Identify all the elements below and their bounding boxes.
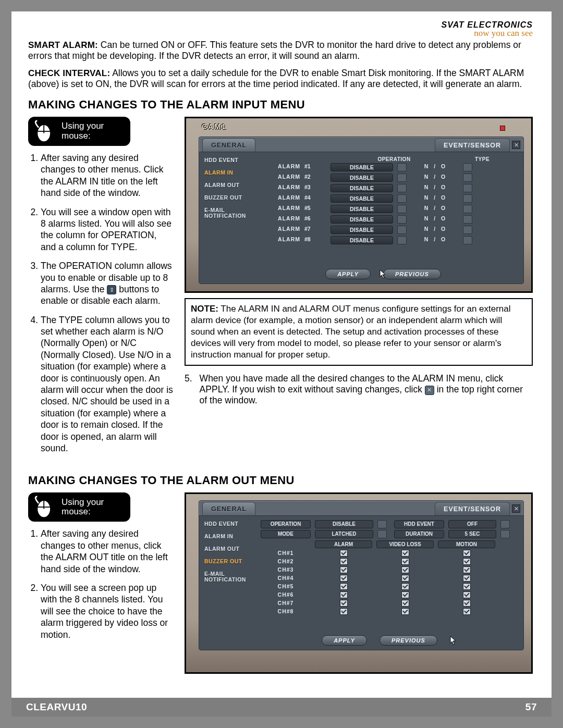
close-icon: ✕ [425,386,434,395]
alarm-checkbox[interactable] [315,600,372,607]
stepper-icon[interactable] [377,520,387,528]
sidebar-item-alarm-out[interactable]: ALARM OUT [204,546,261,552]
stepper-icon[interactable] [463,174,472,182]
sidebar-item-alarm-in[interactable]: ALARM IN [204,170,248,176]
footer-product: CLEARVU10 [26,701,87,713]
previous-button[interactable]: PREVIOUS [383,269,441,279]
stepper-icon[interactable] [463,236,472,244]
sidebar-item-buzzer[interactable]: BUZZER OUT [204,195,248,201]
motion-checkbox[interactable] [438,608,495,615]
stepper-icon[interactable] [397,194,407,203]
hdd-value[interactable]: OFF [448,520,496,528]
stepper-icon[interactable] [397,205,407,213]
mouse-badge: Using your mouse: [28,117,130,146]
type-value[interactable]: N / O [413,174,459,182]
alarm-checkbox[interactable] [315,608,372,615]
motion-checkbox[interactable] [438,600,495,607]
stepper-icon[interactable] [397,236,407,244]
mode-value[interactable]: LATCHED [315,530,373,538]
footer-page: 57 [525,701,537,713]
stepper-icon[interactable] [397,226,407,234]
alarm-checkbox[interactable] [315,583,372,590]
alarm-checkbox[interactable] [315,566,372,573]
stepper-icon[interactable] [397,163,407,171]
type-value[interactable]: N / O [413,163,459,171]
videoloss-checkbox[interactable] [376,583,434,590]
stepper-icon[interactable] [397,174,407,182]
stepper-icon[interactable] [463,184,472,192]
videoloss-checkbox[interactable] [376,600,434,607]
tab-event-sensor[interactable]: EVENT/SENSOR [435,502,510,515]
list-item: You will see a window open with 8 alarms… [41,206,174,253]
motion-checkbox[interactable] [438,558,495,565]
motion-checkbox[interactable] [438,550,495,557]
motion-checkbox[interactable] [438,575,495,582]
type-value[interactable]: N / O [413,184,459,192]
videoloss-checkbox[interactable] [376,575,434,582]
row-num: #1 [304,163,326,171]
stepper-icon[interactable] [397,215,407,224]
stepper-icon[interactable] [463,226,472,234]
sidebar-item-email[interactable]: E-MAIL NOTIFICATION [204,571,261,583]
channel-label: CH#8 [261,608,311,615]
dur-value[interactable]: 5 SEC [448,530,496,538]
videoloss-checkbox[interactable] [376,550,434,557]
videoloss-checkbox[interactable] [376,591,434,598]
close-icon[interactable]: ✕ [512,504,520,513]
operation-value[interactable]: DISABLE [331,205,393,213]
previous-button[interactable]: PREVIOUS [380,635,437,646]
col-type: TYPE [446,156,518,162]
channel-label: CH#6 [261,591,311,598]
tab-event-sensor[interactable]: EVENT/SENSOR [435,138,510,152]
stepper-icon[interactable] [463,215,472,224]
stepper-icon[interactable] [500,530,510,538]
apply-button[interactable]: APPLY [325,269,371,279]
sidebar-item-buzzer[interactable]: BUZZER OUT [204,559,261,564]
motion-checkbox[interactable] [438,566,495,573]
operation-value[interactable]: DISABLE [331,194,393,203]
alarm-checkbox[interactable] [315,550,372,557]
stepper-icon[interactable] [500,520,510,528]
mouse-badge: Using your mouse: [28,492,130,522]
operation-value[interactable]: DISABLE [331,236,393,244]
row-label: ALARM [248,194,300,203]
sidebar-item-hdd[interactable]: HDD EVENT [204,157,248,163]
close-icon[interactable]: ✕ [512,141,520,149]
dur-label: DURATION [394,530,444,538]
sidebar-item-email[interactable]: E-MAIL NOTIFICATION [204,207,248,219]
operation-value[interactable]: DISABLE [331,184,393,192]
type-value[interactable]: N / O [413,194,459,203]
stepper-icon[interactable] [397,184,407,192]
sidebar-item-alarm-in[interactable]: ALARM IN [204,534,261,539]
alarm-checkbox[interactable] [315,575,372,582]
operation-value[interactable]: DISABLE [331,163,393,171]
updown-icon: ⇕ [107,285,116,294]
channel-label: CH#5 [261,583,311,590]
type-value[interactable]: N / O [413,205,459,213]
stepper-icon[interactable] [463,205,472,213]
op-value[interactable]: DISABLE [315,520,373,528]
operation-value[interactable]: DISABLE [331,215,393,224]
alarm-checkbox[interactable] [315,558,372,565]
videoloss-checkbox[interactable] [376,608,434,615]
tab-general[interactable]: GENERAL [202,138,255,152]
type-value[interactable]: N / O [413,236,459,244]
motion-checkbox[interactable] [438,583,495,590]
stepper-icon[interactable] [463,194,472,203]
type-value[interactable]: N / O [413,215,459,224]
operation-value[interactable]: DISABLE [331,226,393,234]
alarm-checkbox[interactable] [315,591,372,598]
stepper-icon[interactable] [377,530,387,538]
videoloss-checkbox[interactable] [376,558,434,565]
alarm-out-left: Using your mouse: After saving any desir… [28,492,174,674]
sidebar-item-hdd[interactable]: HDD EVENT [204,521,261,527]
note-text: The ALARM IN and ALARM OUT menus configu… [191,304,511,360]
apply-button[interactable]: APPLY [322,635,367,646]
videoloss-checkbox[interactable] [376,566,434,573]
tab-general[interactable]: GENERAL [202,502,255,515]
motion-checkbox[interactable] [438,591,495,598]
stepper-icon[interactable] [463,163,472,171]
sidebar-item-alarm-out[interactable]: ALARM OUT [204,182,248,188]
type-value[interactable]: N / O [413,226,459,234]
operation-value[interactable]: DISABLE [331,174,393,182]
